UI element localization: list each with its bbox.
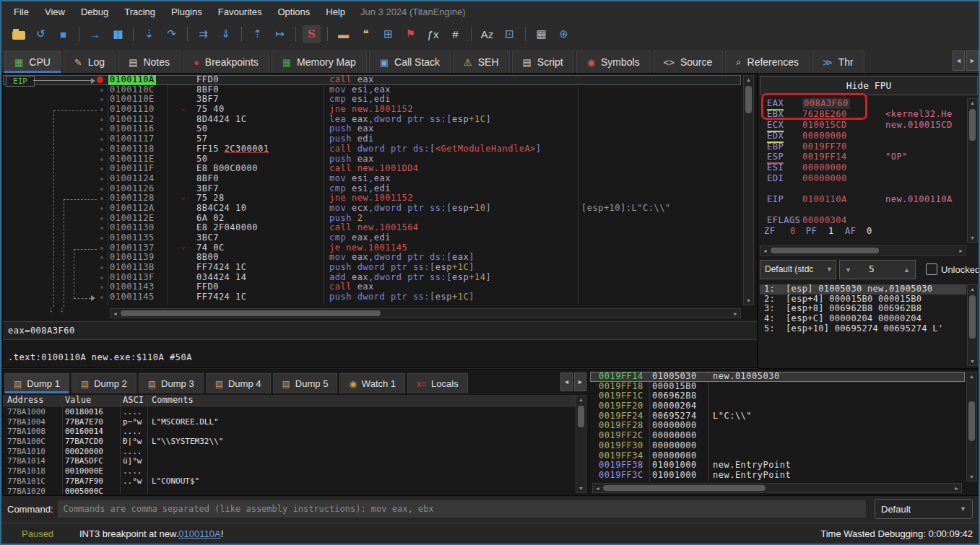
tab-dump-4[interactable]: ▤Dump 4 xyxy=(206,373,271,393)
tab-threads[interactable]: ≫Thr xyxy=(812,51,864,73)
functions-icon[interactable]: ƒx xyxy=(424,25,442,43)
breakpoint-slot-dot[interactable] xyxy=(100,276,103,279)
skip-next-icon[interactable]: ⇓ xyxy=(217,25,235,43)
scroll-up-icon[interactable]: ▲ xyxy=(968,100,977,105)
register-row[interactable]: EFLAGS00000304 xyxy=(758,215,966,226)
stack-row[interactable]: 0019FF2800000000 xyxy=(590,421,965,431)
breakpoint-slot-dot[interactable] xyxy=(100,207,103,210)
scrollbar-thumb[interactable] xyxy=(969,109,976,141)
breakpoint-slot-dot[interactable] xyxy=(100,158,103,161)
tab-symbols[interactable]: ◉Symbols xyxy=(576,51,651,73)
breakpoint-slot-dot[interactable] xyxy=(100,247,103,250)
disasm-row[interactable]: 010011263BF7cmp esi,edi xyxy=(3,184,741,194)
disasm-row[interactable]: 010011353BC7cmp eax,edi xyxy=(3,233,741,243)
tab-source[interactable]: <>Source xyxy=(653,51,724,73)
calculator-icon[interactable]: ▦ xyxy=(532,25,550,43)
scroll-down-icon[interactable]: ▼ xyxy=(968,235,977,240)
disasm-row[interactable]: 01001145FF7424 1Cpush dword ptr ss:[esp+… xyxy=(3,292,741,302)
breakpoint-slot-dot[interactable] xyxy=(100,227,103,230)
scrollbar-thumb[interactable] xyxy=(771,248,879,253)
scroll-up-icon[interactable]: ▲ xyxy=(576,397,586,402)
stack-row[interactable]: 0019FF1C006962B8 xyxy=(590,391,965,401)
breakpoint-dot[interactable] xyxy=(97,77,103,83)
scroll-left-icon[interactable]: ◄ xyxy=(595,486,600,491)
breakpoint-slot-dot[interactable] xyxy=(100,98,103,101)
scrollbar-thumb[interactable] xyxy=(578,406,584,427)
breakpoint-address-link[interactable]: 0100110A xyxy=(178,528,220,539)
scroll-left-icon[interactable]: ◄ xyxy=(763,248,768,253)
stack-row[interactable]: 0019FF3801001000new.EntryPoint xyxy=(590,461,965,471)
globe-icon[interactable]: ⊕ xyxy=(555,25,573,43)
disasm-row[interactable]: 0100110AFFD0call eax xyxy=(3,75,741,85)
breakpoint-slot-dot[interactable] xyxy=(100,266,103,269)
argument-row[interactable]: 3: [esp+8] 006962B8 006962B8 xyxy=(760,304,966,314)
disasm-row[interactable]: 0100113BFF7424 1Cpush dword ptr ss:[esp+… xyxy=(3,263,741,273)
breakpoint-slot-dot[interactable] xyxy=(100,128,103,131)
tab-cpu[interactable]: ▦CPU xyxy=(4,51,61,73)
run-to-user-code-icon[interactable]: ⇉ xyxy=(194,25,212,43)
labels-icon[interactable]: ⊞ xyxy=(379,25,397,43)
scroll-right-icon[interactable]: ► xyxy=(954,486,959,491)
scrollbar-thumb[interactable] xyxy=(745,86,752,113)
stack-vertical-scrollbar[interactable]: ▲ ▼ xyxy=(966,372,977,481)
stack-row[interactable]: 0019FF3000000000 xyxy=(590,441,965,451)
register-row[interactable]: ECX010015CDnew.010015CD xyxy=(758,120,966,131)
stack-row[interactable]: 0019FF3C01001000new.EntryPoint xyxy=(590,471,965,481)
stack-row[interactable]: 0019FF1401005030new.01005030 xyxy=(590,372,965,382)
scrollbar-thumb[interactable] xyxy=(121,310,381,316)
tab-watch-1[interactable]: ◉Watch 1 xyxy=(339,373,405,393)
disasm-row[interactable]: 0100112A8B4C24 10mov ecx,dword ptr ss:[e… xyxy=(3,204,741,214)
breakpoint-slot-dot[interactable] xyxy=(100,197,103,200)
command-input[interactable] xyxy=(58,500,866,518)
step-over-icon[interactable]: ↷ xyxy=(162,25,181,43)
scroll-up-icon[interactable]: ▲ xyxy=(968,287,977,292)
bookmarks-icon[interactable]: ⚑ xyxy=(402,25,420,43)
tab-seh[interactable]: ⚠SEH xyxy=(453,51,509,73)
dump-tab-scroll-right-icon[interactable]: ► xyxy=(574,372,586,391)
dump-row[interactable]: 77BA100800160014.... xyxy=(3,427,577,437)
registers-vertical-scrollbar[interactable]: ▲ ▼ xyxy=(967,98,978,243)
tab-dump-2[interactable]: ▤Dump 2 xyxy=(71,373,136,393)
breakpoint-slot-dot[interactable] xyxy=(100,286,103,289)
step-out-icon[interactable]: ⇡ xyxy=(248,25,266,43)
menu-plugins[interactable]: Plugins xyxy=(163,4,210,20)
tab-references[interactable]: ⌕References xyxy=(725,51,810,73)
breakpoint-slot-dot[interactable] xyxy=(100,138,103,141)
scroll-up-icon[interactable]: ▲ xyxy=(967,374,976,379)
disasm-row[interactable]: 0100111757push edi xyxy=(3,134,741,144)
disasm-row[interactable]: 0100111650push eax xyxy=(3,124,741,134)
register-row[interactable]: EIP0100110Anew.0100110A xyxy=(758,194,966,205)
tab-scroll-left-icon[interactable]: ◄ xyxy=(953,51,965,71)
spinner-down-icon[interactable]: ▼ xyxy=(845,266,851,274)
scroll-right-icon[interactable]: ► xyxy=(733,311,738,316)
menu-file[interactable]: File xyxy=(6,4,37,20)
scroll-down-icon[interactable]: ▼ xyxy=(744,298,753,303)
tab-log[interactable]: ✎Log xyxy=(64,51,116,73)
breakpoint-slot-dot[interactable] xyxy=(100,256,103,259)
disasm-row[interactable]: 01001128˅75 28jne new.1001152 xyxy=(3,193,741,204)
menu-tracing[interactable]: Tracing xyxy=(116,4,163,20)
disasm-row[interactable]: 010011398B00mov eax,dword ptr ds:[eax] xyxy=(3,253,741,263)
tab-dump-1[interactable]: ▤Dump 1 xyxy=(4,373,69,393)
argument-row[interactable]: 1: [esp] 01005030 new.01005030 xyxy=(760,284,966,295)
argument-count-spinner[interactable]: ▼ 5 ▲ xyxy=(839,260,916,279)
dump-row[interactable]: 77BA100477BA7E70p~°wL"MSCOREE.DLL" xyxy=(3,417,577,427)
comments-icon[interactable]: ❝ xyxy=(357,25,375,43)
scroll-down-icon[interactable]: ▼ xyxy=(968,359,977,364)
tab-breakpoints[interactable]: ●Breakpoints xyxy=(183,51,269,73)
flags-row[interactable]: ZF0PF1AF0 xyxy=(758,226,966,237)
dump-row[interactable]: 77BA101000020000.... xyxy=(3,447,577,457)
open-file-icon[interactable] xyxy=(9,25,27,43)
tab-dump-3[interactable]: ▤Dump 3 xyxy=(139,373,204,393)
tab-script[interactable]: ▤Script xyxy=(512,51,574,73)
menu-options[interactable]: Options xyxy=(269,4,318,20)
stack-horizontal-scrollbar[interactable]: ◄ ► xyxy=(592,483,962,493)
scroll-left-icon[interactable]: ◄ xyxy=(113,311,118,316)
stack-row[interactable]: 0019FF2400695274L"C:\\" xyxy=(590,411,965,422)
register-row[interactable]: EBP0019FF70 xyxy=(758,141,966,152)
arguments-vertical-scrollbar[interactable]: ▲ ▼ xyxy=(967,284,978,366)
run-icon[interactable]: → xyxy=(86,25,104,43)
disasm-row[interactable]: 01001130E8 2F040000call new.1001564 xyxy=(3,223,741,233)
spinner-up-icon[interactable]: ▲ xyxy=(903,266,910,274)
patches-icon[interactable]: ▬ xyxy=(334,25,352,43)
